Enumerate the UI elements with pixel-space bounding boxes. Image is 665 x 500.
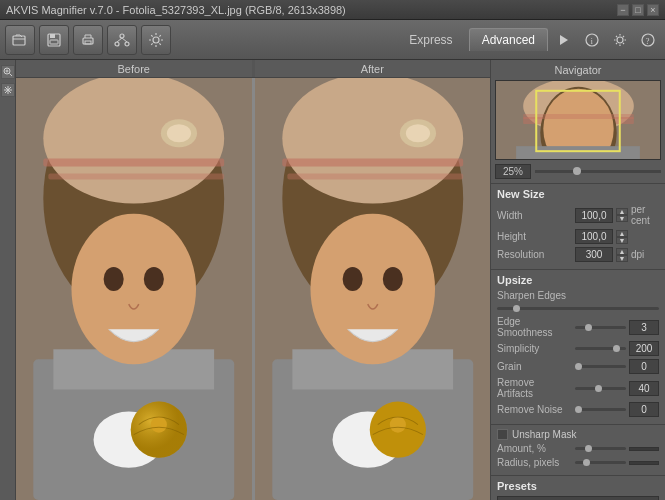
title-bar-controls: − □ × (617, 4, 659, 16)
sharpen-slider[interactable] (497, 303, 659, 313)
noise-row: Remove Noise 0 (497, 402, 659, 417)
zoom-value-input[interactable]: 25% (495, 164, 531, 179)
svg-rect-2 (50, 34, 55, 38)
noise-label: Remove Noise (497, 404, 572, 415)
width-input[interactable] (575, 208, 613, 223)
svg-rect-3 (50, 40, 58, 44)
resolution-input[interactable] (575, 247, 613, 262)
amount-label: Amount, % (497, 443, 572, 454)
amount-value[interactable] (629, 447, 659, 451)
canvas-area: Before After (16, 60, 490, 500)
close-button[interactable]: × (647, 4, 659, 16)
svg-point-37 (151, 417, 167, 433)
artifacts-row: Remove Artifacts 40 (497, 377, 659, 399)
after-canvas[interactable] (255, 78, 491, 500)
resolution-up-btn[interactable]: ▲ (616, 248, 628, 255)
amount-row: Amount, % (497, 443, 659, 454)
svg-point-7 (115, 42, 119, 46)
radius-value[interactable] (629, 461, 659, 465)
advanced-tab[interactable]: Advanced (469, 28, 548, 51)
resolution-down-btn[interactable]: ▼ (616, 255, 628, 262)
simplicity-slider[interactable] (575, 344, 626, 354)
title-text: AKVIS Magnifier v.7.0 - Fotolia_5327393_… (6, 4, 346, 16)
save-button[interactable] (39, 25, 69, 55)
width-up-btn[interactable]: ▲ (616, 208, 628, 215)
svg-point-6 (120, 34, 124, 38)
grain-row: Grain 0 (497, 359, 659, 374)
svg-point-46 (405, 124, 429, 142)
height-label: Height (497, 231, 572, 242)
noise-value[interactable]: 0 (629, 402, 659, 417)
help-button[interactable]: ? (636, 28, 660, 52)
zoom-slider[interactable] (535, 170, 661, 173)
svg-rect-28 (48, 173, 224, 179)
navigator-section: Navigator 25% (491, 60, 665, 184)
grain-slider[interactable] (575, 362, 626, 372)
title-bar: AKVIS Magnifier v.7.0 - Fotolia_5327393_… (0, 0, 665, 20)
simplicity-value[interactable]: 200 (629, 341, 659, 356)
navigator-thumbnail[interactable] (495, 80, 661, 160)
unsharp-checkbox[interactable] (497, 429, 508, 440)
mode-tabs: Express Advanced (397, 28, 548, 51)
width-spinners: ▲ ▼ (616, 208, 628, 222)
width-row: Width ▲ ▼ per cent (497, 204, 659, 226)
maximize-button[interactable]: □ (632, 4, 644, 16)
resolution-unit: dpi (631, 249, 644, 260)
print-button[interactable] (73, 25, 103, 55)
share-button[interactable] (107, 25, 137, 55)
svg-point-15 (617, 37, 623, 43)
height-down-btn[interactable]: ▼ (616, 237, 628, 244)
svg-line-9 (117, 38, 122, 42)
amount-slider[interactable] (575, 444, 626, 454)
svg-point-8 (125, 42, 129, 46)
height-up-btn[interactable]: ▲ (616, 230, 628, 237)
right-panel: Navigator 25% (490, 60, 665, 500)
svg-rect-44 (287, 173, 463, 179)
svg-point-33 (144, 267, 164, 291)
toolbar: Express Advanced i ? (0, 20, 665, 60)
grain-value[interactable]: 0 (629, 359, 659, 374)
width-down-btn[interactable]: ▼ (616, 215, 628, 222)
unsharp-label: Unsharp Mask (512, 429, 576, 440)
presets-section: Presets AKVIS Default Save Delete Reset (491, 476, 665, 500)
unsharp-section: Unsharp Mask Amount, % Radius, pixels (491, 425, 665, 476)
open-button[interactable] (5, 25, 35, 55)
svg-line-19 (9, 74, 12, 77)
main-layout: Before After (0, 60, 665, 500)
before-canvas[interactable] (16, 78, 252, 500)
edge-smooth-slider[interactable] (575, 322, 626, 332)
preset-select[interactable]: AKVIS Default (497, 496, 659, 500)
settings-button[interactable] (141, 25, 171, 55)
height-input[interactable] (575, 229, 613, 244)
svg-point-48 (342, 267, 362, 291)
svg-rect-0 (13, 36, 25, 45)
express-tab[interactable]: Express (397, 29, 464, 51)
info-button[interactable]: i (580, 28, 604, 52)
zoom-tool[interactable] (1, 65, 15, 79)
svg-point-42 (282, 78, 463, 204)
left-panel (0, 60, 16, 500)
play-button[interactable] (552, 28, 576, 52)
simplicity-row: Simplicity 200 (497, 341, 659, 356)
artifacts-label: Remove Artifacts (497, 377, 572, 399)
svg-rect-5 (85, 41, 91, 44)
artifacts-slider[interactable] (575, 383, 626, 393)
artifacts-value[interactable]: 40 (629, 381, 659, 396)
minimize-button[interactable]: − (617, 4, 629, 16)
canvas-labels: Before After (16, 60, 490, 78)
svg-rect-43 (282, 158, 463, 166)
upsize-section: Upsize Sharpen Edges Edge Smoothness (491, 270, 665, 425)
settings2-button[interactable] (608, 28, 632, 52)
after-label: After (255, 60, 491, 77)
width-unit: per cent (631, 204, 659, 226)
nav-zoom-bar: 25% (495, 164, 661, 179)
noise-slider[interactable] (575, 405, 626, 415)
radius-slider[interactable] (575, 458, 626, 468)
svg-point-11 (153, 37, 159, 43)
pan-tool[interactable] (1, 83, 15, 97)
grain-label: Grain (497, 361, 572, 372)
svg-point-32 (104, 267, 124, 291)
presets-title: Presets (497, 480, 659, 492)
edge-smooth-value[interactable]: 3 (629, 320, 659, 335)
svg-rect-58 (516, 146, 640, 160)
